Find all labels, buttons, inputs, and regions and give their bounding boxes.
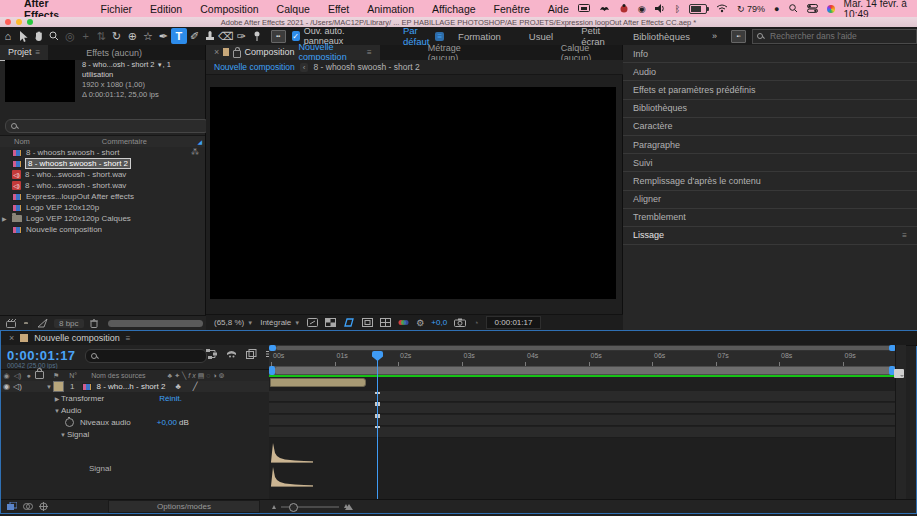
- sidebar-panel-audio[interactable]: Audio: [623, 63, 917, 81]
- layer-shy-switch[interactable]: ♣: [175, 382, 180, 391]
- color-wheel-icon[interactable]: [827, 5, 835, 13]
- close-tab-icon[interactable]: ×: [214, 47, 219, 57]
- time-ruler[interactable]: 00s01s02s03s04s05s06s07s08s09s10s: [269, 351, 906, 367]
- menu-effet[interactable]: Effet: [319, 3, 358, 15]
- zoom-tool-icon[interactable]: [47, 28, 63, 44]
- toggle-in-out-icon[interactable]: [39, 502, 48, 511]
- timeline-search-box[interactable]: [85, 349, 207, 363]
- panel-menu-icon[interactable]: ≡: [126, 334, 131, 343]
- options-modes-toggle[interactable]: Options/modes: [108, 500, 260, 513]
- transform-reset-link[interactable]: Réinit.: [159, 394, 182, 403]
- layer-duration-bar[interactable]: [270, 378, 366, 387]
- project-item[interactable]: Nouvelle composition: [0, 224, 205, 235]
- project-item-label[interactable]: 8 - who...swoosh - short.wav: [25, 170, 126, 179]
- current-timecode[interactable]: 0:00:01:17: [7, 348, 76, 363]
- pen-tool-icon[interactable]: ✒: [156, 28, 172, 44]
- menu-calque[interactable]: Calque: [268, 3, 319, 15]
- folder-expander-icon[interactable]: ▶: [2, 215, 8, 222]
- extensions-icon[interactable]: ▪▫: [731, 30, 746, 43]
- shape-tool-icon[interactable]: ☆: [140, 28, 156, 44]
- battery-icon[interactable]: [689, 4, 707, 14]
- sidebar-panel-suivi[interactable]: Suivi: [623, 154, 917, 172]
- timeline-search-input[interactable]: [101, 351, 190, 362]
- zoom-slider-knob[interactable]: [289, 503, 298, 512]
- audio-levels-value[interactable]: +0,00: [157, 418, 177, 427]
- trash-icon[interactable]: [90, 319, 98, 328]
- fast-previews-icon[interactable]: ⚙: [416, 318, 424, 328]
- menu-affichage[interactable]: Affichage: [423, 3, 485, 15]
- menu-edition[interactable]: Edition: [141, 3, 191, 15]
- mini-flowchart-icon[interactable]: [206, 349, 217, 359]
- hand-tool-icon[interactable]: [31, 28, 47, 44]
- pan-behind-tool-icon[interactable]: ⊕: [125, 28, 141, 44]
- interpret-footage-icon[interactable]: [6, 319, 18, 328]
- workspace-tab-biblioth-ques[interactable]: Bibliothèques: [619, 31, 704, 42]
- audio-levels-label[interactable]: Niveaux audio: [80, 418, 131, 427]
- help-search-box[interactable]: [752, 29, 917, 44]
- breadcrumb-back-icon[interactable]: ‹: [300, 63, 309, 72]
- layer-name[interactable]: 8 - who...h - short 2: [96, 382, 165, 391]
- channel-icon[interactable]: [398, 318, 409, 327]
- project-item-label[interactable]: 8 - who...swoosh - short.wav: [25, 181, 126, 190]
- transparency-grid-icon[interactable]: [325, 318, 336, 327]
- composition-stage[interactable]: [210, 87, 616, 299]
- home-tool-icon[interactable]: ⌂: [0, 28, 16, 44]
- comp-marker-bin-icon[interactable]: [894, 369, 904, 378]
- show-snapshot-icon[interactable]: ◔: [473, 318, 478, 328]
- transform-twirl-icon[interactable]: ▶: [53, 395, 61, 402]
- column-source-name[interactable]: Nom des sources: [91, 372, 145, 379]
- ladybug-app-icon[interactable]: [619, 4, 629, 13]
- column-nom[interactable]: Nom: [14, 137, 30, 146]
- volume-icon[interactable]: [655, 4, 666, 13]
- menu-aide[interactable]: Aide: [539, 3, 578, 15]
- project-item-label[interactable]: Logo VEP 120x120p Calques: [26, 214, 131, 223]
- dolly-camera-tool-icon[interactable]: ⇅: [93, 28, 109, 44]
- sidebar-panel-effets-et-param-tres-pr-d-finis[interactable]: Effets et paramètres prédéfinis: [623, 81, 917, 99]
- project-item-label[interactable]: Express...loupOut After effects: [26, 192, 134, 201]
- puppet-pin-tool-icon[interactable]: [249, 28, 265, 44]
- timeline-tab-label[interactable]: Nouvelle composition: [34, 333, 120, 343]
- lock-icon[interactable]: [233, 50, 240, 58]
- workspace-tab-formation[interactable]: Formation: [444, 31, 515, 42]
- column-commentaire[interactable]: Commentaire: [102, 137, 147, 146]
- project-item[interactable]: 8 - whoosh swoosh - short 2: [0, 158, 205, 169]
- zoom-out-mountain-icon[interactable]: [272, 505, 276, 509]
- orbit-camera-tool-icon[interactable]: ◎: [62, 28, 78, 44]
- toggle-transfer-modes-icon[interactable]: [23, 502, 33, 511]
- shy-layers-icon[interactable]: [226, 349, 237, 359]
- snapshot-camera-icon[interactable]: [454, 318, 466, 327]
- sidebar-panel-tremblement[interactable]: Tremblement: [623, 209, 917, 227]
- media-app-icon[interactable]: ◉: [638, 4, 646, 14]
- layer-twirl-icon[interactable]: ▼: [45, 384, 53, 390]
- proportional-grid-icon[interactable]: [380, 318, 391, 327]
- sidebar-panel-aligner[interactable]: Aligner: [623, 191, 917, 209]
- frame-blending-icon[interactable]: [246, 349, 257, 359]
- project-search-input[interactable]: [21, 121, 185, 132]
- waveform-group-label[interactable]: Signal: [67, 430, 89, 439]
- project-settings-icon[interactable]: [38, 319, 48, 328]
- project-item[interactable]: Logo VEP 120x120p: [0, 202, 205, 213]
- layer-label-swatch[interactable]: [53, 381, 64, 392]
- work-area-start-handle[interactable]: [269, 366, 275, 375]
- tab-calque[interactable]: Calque (aucun): [553, 45, 622, 60]
- guides-icon[interactable]: [362, 318, 373, 327]
- navigator-thumb[interactable]: [276, 346, 899, 350]
- layer-visibility-icon[interactable]: ◉: [1, 382, 12, 391]
- help-search-input[interactable]: [768, 30, 912, 42]
- mask-visibility-icon[interactable]: [343, 318, 355, 327]
- bit-depth-button[interactable]: 8 bpc: [54, 319, 84, 328]
- tab-projet[interactable]: Projet≡: [0, 45, 48, 61]
- layer-quality-switch[interactable]: ╱: [193, 382, 198, 391]
- project-item-label[interactable]: 8 - whoosh swoosh - short: [26, 148, 119, 157]
- menu-fichier[interactable]: Fichier: [92, 3, 142, 15]
- auto-open-panels-checkbox[interactable]: ✓: [292, 31, 300, 41]
- workspace-tab-usuel[interactable]: Usuel: [515, 31, 567, 42]
- magnification-dropdown[interactable]: (65,8 %)▼: [214, 318, 253, 327]
- screen-mirroring-icon[interactable]: [578, 4, 590, 13]
- sidebar-panel-lissage[interactable]: Lissage≡: [623, 227, 917, 245]
- exposure-value[interactable]: +0,0: [431, 318, 447, 327]
- close-tab-icon[interactable]: ×: [9, 333, 14, 343]
- region-of-interest-icon[interactable]: [307, 318, 318, 327]
- timeline-zoom-slider[interactable]: [272, 504, 353, 510]
- new-composition-icon[interactable]: [30, 319, 32, 329]
